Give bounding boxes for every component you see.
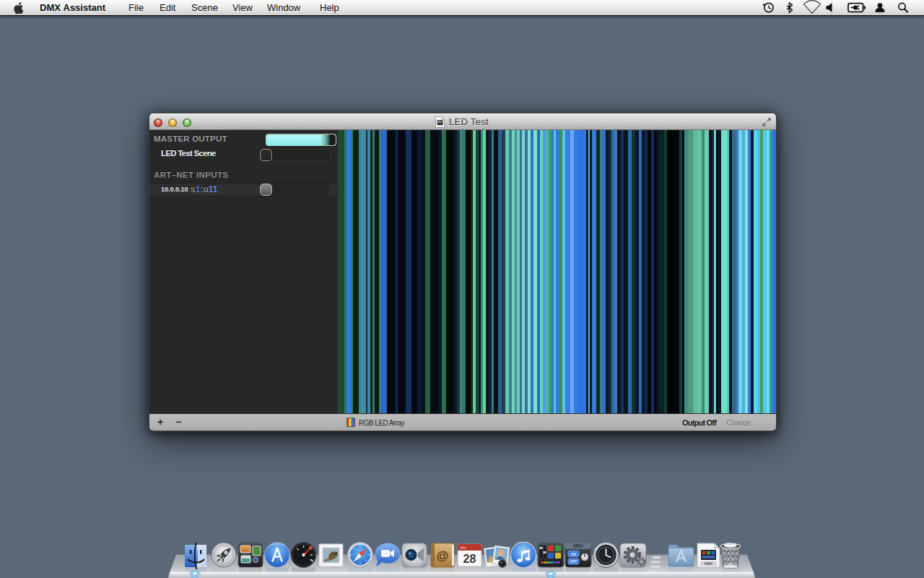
svg-text:OFF: OFF — [570, 559, 578, 564]
svg-text:ON: ON — [571, 552, 577, 556]
svg-text:28: 28 — [463, 553, 476, 565]
svg-text:DMX: DMX — [705, 561, 713, 566]
svg-text:@: @ — [437, 549, 449, 563]
svg-text:JAN: JAN — [459, 545, 466, 550]
svg-text:MIDI: MIDI — [573, 543, 583, 548]
